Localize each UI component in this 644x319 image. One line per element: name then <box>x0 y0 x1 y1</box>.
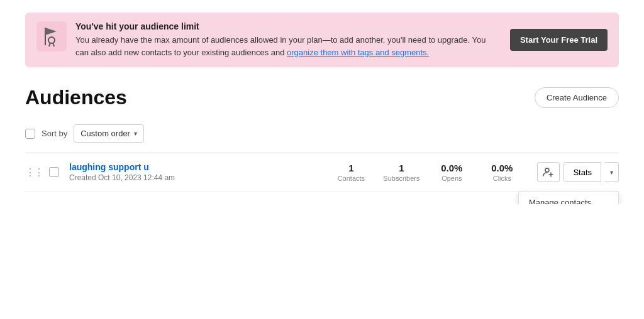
select-all-checkbox[interactable] <box>25 129 35 139</box>
dropdown-item-manage-contacts[interactable]: Manage contacts <box>519 192 618 204</box>
audience-info: laughing support u Created Oct 10, 2023 … <box>69 162 326 182</box>
alert-body: You already have the max amount of audie… <box>75 34 501 58</box>
contacts-label: Contacts <box>326 175 376 182</box>
audience-name-link[interactable]: laughing support u <box>69 162 149 172</box>
contacts-value: 1 <box>326 163 376 173</box>
alert-content: You've hit your audience limit You alrea… <box>75 21 501 58</box>
subscribers-value: 1 <box>376 163 426 173</box>
stats-dropdown-toggle[interactable]: ▾ <box>605 162 619 182</box>
sort-dropdown[interactable]: Custom order ▾ <box>74 124 144 143</box>
opens-stat: 0.0% Opens <box>426 163 477 182</box>
create-audience-button[interactable]: Create Audience <box>535 87 619 108</box>
contacts-stat: 1 Contacts <box>326 163 376 182</box>
page-header: Audiences Create Audience <box>25 86 619 109</box>
opens-value: 0.0% <box>426 163 477 173</box>
sort-bar: Sort by Custom order ▾ <box>25 124 619 143</box>
chevron-down-icon: ▾ <box>610 169 613 176</box>
audience-created-date: Created Oct 10, 2023 12:44 am <box>69 173 326 182</box>
add-person-icon <box>543 166 554 178</box>
sort-dropdown-value: Custom order <box>80 129 130 138</box>
actions-dropdown-menu: Manage contacts Signup forms Settings Im… <box>518 191 619 204</box>
sort-by-label: Sort by <box>42 129 67 138</box>
opens-label: Opens <box>426 175 477 182</box>
clicks-value: 0.0% <box>477 163 527 173</box>
alert-title: You've hit your audience limit <box>75 21 501 31</box>
svg-point-6 <box>545 168 549 172</box>
clicks-stat: 0.0% Clicks <box>477 163 527 182</box>
page-title: Audiences <box>25 86 127 109</box>
add-contact-button[interactable] <box>537 162 560 182</box>
row-checkbox[interactable] <box>49 167 59 177</box>
clicks-label: Clicks <box>477 175 527 182</box>
subscribers-label: Subscribers <box>376 175 426 182</box>
alert-icon <box>36 21 67 51</box>
start-trial-button[interactable]: Start Your Free Trial <box>510 29 608 51</box>
subscribers-stat: 1 Subscribers <box>376 163 426 182</box>
drag-handle-icon[interactable]: ⋮⋮ <box>25 166 43 178</box>
stats-button[interactable]: Stats <box>564 162 601 182</box>
chevron-down-icon: ▾ <box>134 130 137 137</box>
alert-link[interactable]: organize them with tags and segments. <box>287 48 429 57</box>
audience-row: ⋮⋮ laughing support u Created Oct 10, 20… <box>25 153 619 192</box>
alert-banner: You've hit your audience limit You alrea… <box>25 13 619 67</box>
row-actions: Stats ▾ <box>537 162 619 182</box>
